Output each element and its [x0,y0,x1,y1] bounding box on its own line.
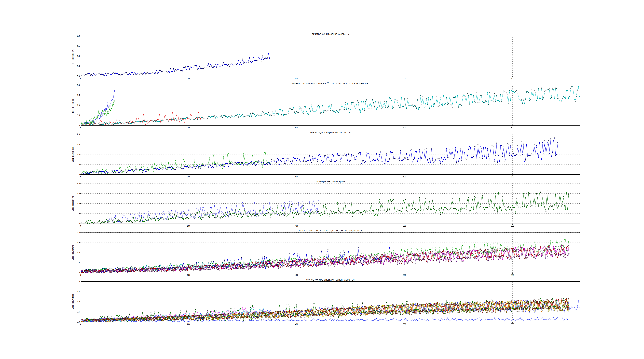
y-tick-label: 1.5 [67,143,80,145]
y-tick-label: 0.0 [67,173,80,175]
x-tick-mark [189,126,189,126]
y-tick-label: 0.0 [67,75,80,77]
y-tick-label: 2.0 [67,84,80,86]
subplot-iterative-schur-identity-jacobi: ITERATIVE_SCHUR / [IDENTITY, JACOBI] / L… [0,134,644,174]
y-tick-label: 0.0 [67,223,80,225]
x-tick-label: 0 [75,225,86,227]
y-tick-mark [80,66,80,66]
plot-canvas [81,36,580,76]
y-tick-label: 1.0 [67,104,80,106]
plot-area [80,232,580,273]
y-tick-mark [80,125,80,125]
y-tick-label: 0.5 [67,311,80,313]
y-tick-label: 1.5 [67,45,80,47]
x-tick-label: 200 [183,225,194,227]
y-tick-label: 0.0 [67,321,80,323]
subplot-title: ITERATIVE_SCHUR / SINGLE_LINKAGE / [CLUS… [81,82,580,84]
y-tick-label: 0.5 [67,213,80,214]
y-tick-label: 1.5 [67,94,80,96]
x-tick-label: 600 [399,274,410,276]
subplot-iterative-schur-schur-jacobi: ITERATIVE_SCHUR / SCHUR_JACOBI / LM Loop… [0,36,644,76]
x-tick-mark [81,126,81,126]
x-tick-label: 800 [507,77,518,79]
y-tick-label: 2.0 [67,232,80,233]
y-tick-label: 1.0 [67,203,80,204]
x-tick-mark [189,224,189,225]
y-tick-label: 2.0 [67,35,80,37]
subplot-title: SPARSE_NORMAL_CHOLESKY / SCHUR_JACOBI / … [81,279,580,281]
y-tick-mark [80,46,80,46]
subplot-title: ITERATIVE_SCHUR / [IDENTITY, JACOBI] / L… [81,131,580,133]
plot-canvas [81,134,580,174]
y-tick-label: 1.0 [67,301,80,303]
x-tick-label: 400 [291,323,302,325]
x-tick-label: 800 [507,176,518,178]
x-tick-label: 400 [291,225,302,227]
x-tick-label: 0 [75,126,86,129]
x-tick-label: 800 [507,274,518,276]
y-tick-mark [80,193,80,194]
x-tick-mark [189,76,189,77]
subplot-title: CGNR / [JACOBI, IDENTITY] / LM [81,180,580,183]
x-tick-label: 0 [75,323,86,325]
x-tick-label: 400 [291,274,302,276]
subplot-title: SPARSE_SCHUR / [JACOBI, IDENTITY, SCHUR_… [81,230,580,232]
y-tick-label: 2.0 [67,281,80,283]
x-tick-mark [189,273,189,274]
y-tick-mark [80,56,80,56]
y-tick-label: 0.0 [67,272,80,274]
x-tick-label: 200 [183,77,194,79]
x-tick-label: 200 [183,274,194,276]
plot-area [80,134,580,175]
y-tick-mark [80,282,80,282]
subplot-sparse-normal-cholesky: SPARSE_NORMAL_CHOLESKY / SCHUR_JACOBI / … [0,282,644,322]
x-tick-label: 600 [399,126,410,129]
benchmark-figure: ITERATIVE_SCHUR / SCHUR_JACOBI / LM Loop… [0,0,644,359]
x-tick-label: 600 [399,323,410,325]
y-tick-label: 0.0 [67,124,80,126]
plot-area [80,281,580,322]
y-tick-label: 2.0 [67,182,80,184]
x-tick-label: 600 [399,176,410,178]
y-tick-label: 2.0 [67,133,80,135]
y-tick-mark [80,105,80,105]
x-tick-label: 200 [183,126,194,129]
y-tick-label: 1.0 [67,252,80,254]
plot-canvas [81,233,580,273]
y-tick-label: 0.5 [67,65,80,67]
x-tick-label: 600 [399,77,410,79]
plot-area [80,36,580,76]
subplot-iterative-schur-single-linkage: ITERATIVE_SCHUR / SINGLE_LINKAGE / [CLUS… [0,85,644,125]
y-tick-label: 1.0 [67,55,80,57]
x-tick-mark [189,175,189,176]
y-tick-mark [80,322,80,322]
x-tick-mark [81,273,81,274]
y-tick-label: 1.5 [67,192,80,194]
plot-area [80,183,580,224]
y-tick-mark [80,203,80,204]
y-tick-mark [80,174,80,175]
y-tick-label: 0.5 [67,163,80,165]
plot-area [80,85,580,126]
plot-canvas [81,183,580,224]
x-tick-mark [81,175,81,176]
x-tick-label: 0 [75,274,86,276]
y-tick-label: 0.5 [67,114,80,116]
y-tick-label: 0.5 [67,262,80,264]
y-tick-label: 1.5 [67,242,80,244]
y-tick-mark [80,253,80,253]
x-tick-label: 800 [507,323,518,325]
x-tick-label: 200 [183,176,194,178]
y-tick-label: 1.0 [67,153,80,155]
x-tick-mark [81,224,81,225]
x-tick-label: 200 [183,323,194,325]
subplot-cgnr: CGNR / [JACOBI, IDENTITY] / LM Loop clos… [0,183,644,224]
plot-canvas [81,85,580,125]
x-tick-mark [81,322,81,323]
x-tick-label: 600 [399,225,410,227]
plot-canvas [81,282,580,322]
subplot-title: ITERATIVE_SCHUR / SCHUR_JACOBI / LM [81,33,580,35]
x-tick-label: 0 [75,77,86,79]
x-tick-label: 800 [507,225,518,227]
y-tick-mark [80,263,80,263]
